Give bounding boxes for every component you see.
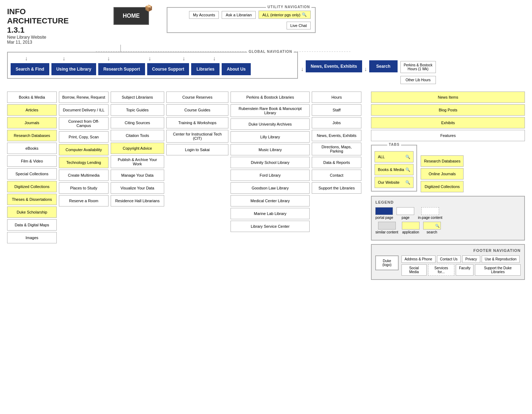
item-manage-data[interactable]: Manage Your Data (111, 170, 164, 181)
item-duke-scholarship[interactable]: Duke Scholarship (7, 206, 57, 218)
item-subject-librarians[interactable]: Subject Librarians (111, 92, 164, 103)
all-search-label: ALL (interior pgs only) (262, 13, 300, 17)
item-hours[interactable]: Hours (312, 92, 361, 103)
utility-nav: UTILITY NAVIGATION My Accounts Ask a Lib… (167, 7, 316, 33)
item-duke-archives[interactable]: Duke University Archives (231, 118, 310, 130)
item-places-to-study[interactable]: Places to Study (59, 182, 109, 194)
item-digitized-collections[interactable]: Digitized Collections (7, 181, 57, 192)
footer-nav: FOOTER NAVIGATION Duke (logo) Address & … (371, 244, 525, 280)
search-tab-books[interactable]: Books & Media 🔍 (375, 164, 414, 175)
nav-using-library[interactable]: Using the Library (51, 63, 96, 75)
item-jobs[interactable]: Jobs (312, 117, 361, 128)
nav-news-events[interactable]: News, Events, Exhibits (306, 60, 362, 72)
search-tabs-panel: TABS ALL 🔍 Books & Media 🔍 Our Website (371, 145, 417, 192)
item-support-libraries[interactable]: Support the Libraries (312, 182, 361, 194)
legend-similar-label: similar content (375, 230, 398, 234)
item-data-digital-maps[interactable]: Data & Digital Maps (7, 219, 57, 231)
search-tab-website[interactable]: Our Website 🔍 (375, 177, 414, 188)
item-doc-delivery[interactable]: Document Delivery / ILL (59, 104, 109, 116)
footer-services-for[interactable]: Services for... (428, 264, 454, 276)
item-reserve-room[interactable]: Reserve a Room (59, 195, 109, 206)
footer-privacy[interactable]: Privacy (462, 255, 480, 263)
item-journals[interactable]: Journals (7, 117, 57, 128)
item-news-items[interactable]: News Items (371, 92, 525, 103)
other-lib-hours-box: Other Lib Hours (400, 76, 436, 84)
nav-search-find[interactable]: Search & Find (11, 63, 49, 75)
item-research-databases[interactable]: Research Databases (7, 130, 57, 141)
live-chat-button[interactable]: Live Chat (287, 22, 311, 29)
item-login-sakai[interactable]: Login to Sakai (166, 144, 229, 155)
news-panel: News Items Blog Posts Exhibits Features (371, 92, 525, 141)
nav-course-support[interactable]: Course Support (147, 63, 189, 75)
item-print-copy[interactable]: Print, Copy, Scan (59, 131, 109, 143)
search-tab-all[interactable]: ALL 🔍 (375, 151, 414, 162)
item-special-collections[interactable]: Special Collections (7, 168, 57, 180)
item-online-journals[interactable]: Online Journals (421, 168, 464, 180)
item-visualize-data[interactable]: Visualize Your Data (111, 182, 164, 194)
nav-about-us[interactable]: About Us (222, 63, 250, 75)
legend-row-1: portal page page in-page content (375, 207, 521, 220)
item-lilly-library[interactable]: Lilly Library (231, 131, 310, 143)
my-accounts-button[interactable]: My Accounts (189, 11, 219, 19)
item-course-guides[interactable]: Course Guides (166, 104, 229, 116)
item-citation-tools[interactable]: Citation Tools (111, 130, 164, 141)
item-features[interactable]: Features (371, 130, 525, 141)
arrow-5: ↓ (170, 55, 198, 62)
item-film-video[interactable]: Film & Video (7, 155, 57, 167)
item-cit[interactable]: Center for Instructional Tech (CIT) (166, 130, 229, 143)
legend-page-swatch (397, 207, 414, 215)
item-copyright-advice[interactable]: Copyright Advice (111, 143, 164, 154)
item-res-hall-librarians[interactable]: Residence Hall Librarians (111, 195, 164, 206)
footer-support-duke[interactable]: Support the Duke Libraries (475, 264, 521, 276)
ask-librarian-button[interactable]: Ask a Librarian (222, 11, 255, 19)
item-borrow-renew[interactable]: Borrow, Renew, Request (59, 92, 109, 103)
footer-use-reproduction[interactable]: Use & Reproduction (482, 255, 520, 263)
item-staff[interactable]: Staff (312, 104, 361, 116)
item-publish-archive[interactable]: Publish & Archive Your Work (111, 155, 164, 168)
item-library-service-center[interactable]: Library Service Center (231, 221, 310, 232)
legend-in-page: in-page content (418, 207, 442, 220)
nav-research-support[interactable]: Research Support (98, 63, 145, 75)
all-search-button[interactable]: ALL (interior pgs only) 🔍 (259, 11, 311, 19)
item-ford-library[interactable]: Ford Library (231, 170, 310, 181)
home-button[interactable]: HOME 📦 (113, 7, 149, 25)
footer-social-media[interactable]: Social Media (401, 264, 427, 276)
item-rubenstein[interactable]: Rubenstein Rare Book & Manuscript Librar… (231, 104, 310, 117)
item-contact[interactable]: Contact (312, 170, 361, 181)
nav-search[interactable]: Search (369, 60, 398, 72)
search-icon-books: 🔍 (405, 167, 410, 172)
item-course-reserves[interactable]: Course Reserves (166, 92, 229, 103)
col-about-us: Hours Staff Jobs News, Events, Exhibits … (312, 92, 361, 194)
item-divinity-library[interactable]: Divinity School Library (231, 157, 310, 168)
item-theses-dissertations[interactable]: Theses & Dissertations (7, 194, 57, 205)
item-ebooks[interactable]: eBooks (7, 143, 57, 154)
item-connect-offcampus[interactable]: Connect from Off-Campus (59, 117, 109, 130)
top-section: INFO ARCHITECTURE 1.3.1 New Library Webs… (7, 7, 525, 45)
item-training-workshops[interactable]: Training & Workshops (166, 117, 229, 128)
nav-libraries[interactable]: Libraries (191, 63, 220, 75)
item-exhibits[interactable]: Exhibits (371, 117, 525, 128)
item-perkins-bostock[interactable]: Perkins & Bostock Libraries (231, 92, 310, 103)
item-music-library[interactable]: Music Library (231, 144, 310, 155)
item-marine-lab[interactable]: Marine Lab Library (231, 208, 310, 219)
col-using-library: Borrow, Renew, Request Document Delivery… (59, 92, 109, 206)
item-images[interactable]: Images (7, 232, 57, 243)
footer-contact-us[interactable]: Contact Us (437, 255, 461, 263)
item-topic-guides[interactable]: Topic Guides (111, 104, 164, 116)
item-digitized-col-search[interactable]: Digitized Collections (421, 181, 464, 192)
footer-faculty[interactable]: Faculty (456, 264, 473, 276)
item-computer-availability[interactable]: Computer Availability (59, 144, 109, 155)
item-news-events-exhibits[interactable]: News, Events, Exhibits (312, 130, 361, 141)
item-books-media[interactable]: Books & Media (7, 92, 57, 103)
item-create-multimedia[interactable]: Create Multimedia (59, 170, 109, 181)
item-medical-center[interactable]: Medical Center Library (231, 195, 310, 206)
item-data-reports[interactable]: Data & Reports (312, 157, 361, 168)
item-citing-sources[interactable]: Citing Sources (111, 117, 164, 128)
item-articles[interactable]: Articles (7, 104, 57, 116)
item-res-databases-search[interactable]: Research Databases (421, 155, 464, 167)
item-goodson-law[interactable]: Goodson Law Library (231, 182, 310, 194)
item-directions-maps[interactable]: Directions, Maps, Parking (312, 143, 361, 155)
footer-address[interactable]: Address & Phone (401, 255, 436, 263)
item-tech-lending[interactable]: Technology Lending (59, 157, 109, 168)
item-blog-posts[interactable]: Blog Posts (371, 104, 525, 116)
